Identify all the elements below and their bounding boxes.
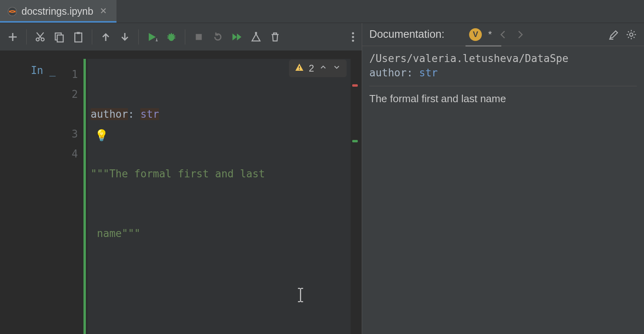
intention-bulb-icon[interactable]: 💡 (95, 126, 109, 146)
editor-pane: In _ 1 2 3 4 author: str """The formal f… (0, 23, 362, 334)
warning-icon (295, 62, 304, 75)
svg-point-15 (630, 33, 633, 36)
editor-area[interactable]: In _ 1 2 3 4 author: str """The formal f… (0, 51, 362, 334)
doc-tab-underline (466, 45, 501, 47)
doc-description: The formal first and last name (369, 86, 637, 105)
separator (92, 29, 92, 45)
debug-cell-button[interactable] (163, 28, 180, 46)
add-cell-button[interactable] (4, 28, 21, 46)
doc-back-button[interactable] (498, 29, 508, 40)
inspections-widget[interactable]: 2 (289, 60, 347, 77)
file-tab-label: docstrings.ipynb (21, 6, 93, 17)
doc-source-path: /Users/valeria.letusheva/DataSpe (369, 52, 637, 64)
cell-prompt: In _ (0, 59, 60, 334)
copy-button[interactable] (50, 28, 68, 46)
separator (26, 29, 27, 45)
variable-def: author (91, 108, 128, 120)
documentation-header: Documentation: V * (362, 23, 644, 46)
warning-count: 2 (309, 63, 314, 74)
type-annotation: str (140, 108, 159, 120)
delete-cell-button[interactable] (266, 28, 284, 46)
doc-signature: author: str (369, 67, 637, 79)
cell-execution-bar (83, 59, 86, 334)
docstring: """The formal first and last (91, 168, 271, 180)
svg-rect-9 (255, 32, 257, 34)
error-stripe[interactable] (352, 60, 358, 307)
cut-button[interactable] (31, 28, 49, 46)
paste-button[interactable] (70, 28, 87, 46)
stripe-mark[interactable] (352, 84, 358, 87)
code-cell[interactable]: author: str """The formal first and last… (87, 59, 351, 334)
close-tab-button[interactable] (97, 6, 109, 17)
line-number: 2 (60, 84, 78, 104)
tab-bar: docstrings.ipynb (0, 0, 644, 23)
svg-point-10 (352, 32, 354, 34)
svg-rect-5 (75, 33, 82, 42)
modified-indicator: * (488, 29, 492, 40)
jupyter-icon (7, 6, 17, 17)
more-actions-button[interactable] (351, 23, 355, 50)
rerun-button[interactable] (209, 28, 227, 46)
svg-rect-8 (196, 34, 202, 40)
clear-output-button[interactable] (247, 28, 265, 46)
svg-rect-13 (299, 66, 300, 68)
separator (185, 29, 185, 45)
notebook-toolbar (0, 23, 362, 51)
stripe-mark[interactable] (352, 140, 358, 142)
doc-settings-button[interactable] (626, 29, 637, 40)
move-down-button[interactable] (116, 28, 134, 46)
doc-forward-button[interactable] (515, 29, 525, 40)
svg-rect-14 (299, 69, 300, 70)
line-number: 4 (60, 144, 78, 164)
line-number: 3 (60, 124, 78, 144)
separator (138, 29, 139, 45)
avatar[interactable]: V (469, 28, 482, 41)
edit-source-button[interactable] (608, 29, 619, 40)
line-number-gutter: 1 2 3 4 (60, 59, 83, 334)
next-highlight-button[interactable] (332, 63, 341, 74)
move-up-button[interactable] (97, 28, 114, 46)
documentation-title: Documentation: (369, 28, 444, 41)
line-number: 1 (60, 64, 78, 84)
stop-button[interactable] (190, 28, 208, 46)
svg-point-11 (352, 36, 354, 38)
documentation-panel: Documentation: V * /Users/valeria.letush… (362, 23, 644, 334)
run-all-button[interactable] (228, 28, 246, 46)
svg-rect-4 (57, 35, 63, 42)
svg-rect-6 (77, 32, 80, 34)
prev-highlight-button[interactable] (319, 63, 328, 74)
run-cell-button[interactable] (144, 28, 161, 46)
file-tab[interactable]: docstrings.ipynb (0, 0, 116, 23)
docstring: name""" (91, 227, 140, 239)
documentation-body: /Users/valeria.letusheva/DataSpe author:… (362, 46, 644, 111)
svg-point-12 (352, 39, 354, 41)
